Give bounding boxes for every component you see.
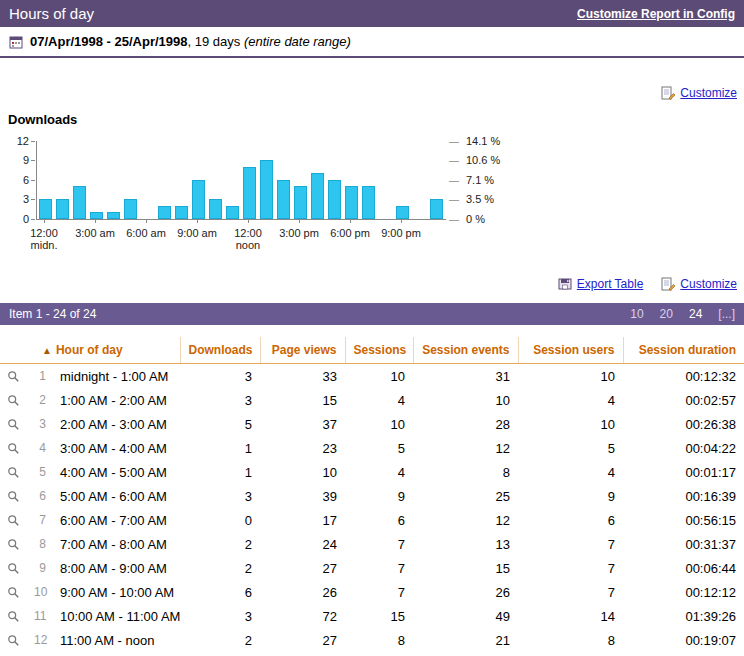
value-cell: 10 [518,364,623,389]
value-cell: 26 [260,580,345,604]
value-cell: 4 [518,460,623,484]
items-range-label: Item 1 - 24 of 24 [9,307,96,321]
percent-axis-tick: — [449,194,459,205]
chart-bar [430,199,443,219]
row-zoom-button[interactable] [0,460,26,484]
value-cell: 8 [180,652,260,656]
row-number: 4 [26,436,50,460]
row-zoom-button[interactable] [0,604,26,628]
row-zoom-button[interactable] [0,412,26,436]
page-size-option[interactable]: 10 [630,307,643,321]
row-zoom-button[interactable] [0,436,26,460]
sort-asc-icon[interactable]: ▲ [42,345,52,356]
percent-axis-tick: — [449,214,459,225]
value-cell: 13 [345,652,413,656]
magnifier-icon [7,514,20,527]
report-page: Hours of day Customize Report in Config … [0,0,744,656]
export-table-link[interactable]: Export Table [558,277,644,291]
row-zoom-button[interactable] [0,532,26,556]
customize-icon [661,86,676,100]
value-cell: 6 [518,508,623,532]
chart-bar [158,206,171,219]
value-cell: 4 [345,460,413,484]
column-header[interactable]: Session users [518,337,623,364]
value-cell: 7 [345,532,413,556]
row-zoom-button[interactable] [0,364,26,389]
value-cell: 00:56:15 [623,508,744,532]
table-header-row: ▲Hour of dayDownloadsPage viewsSessionsS… [0,337,744,364]
value-cell: 00:12:12 [623,580,744,604]
column-header[interactable]: Session duration [623,337,744,364]
table-row: 109:00 AM - 10:00 AM626726700:12:12 [0,580,744,604]
page-size-option[interactable]: [...] [718,307,735,321]
magnifier-icon [7,370,20,383]
row-zoom-button[interactable] [0,508,26,532]
hour-range-cell: 3:00 AM - 4:00 AM [50,436,180,460]
value-cell: 10 [260,460,345,484]
value-cell: 5 [518,436,623,460]
percent-axis-tick: — [449,155,459,166]
row-zoom-button[interactable] [0,628,26,652]
value-cell: 8 [518,628,623,652]
x-axis-tick [299,219,300,223]
column-header-hour-of-day[interactable]: ▲Hour of day [0,337,180,364]
x-axis-tick [401,219,402,223]
hour-range-cell: 10:00 AM - 11:00 AM [50,604,180,628]
hour-range-cell: 1:00 AM - 2:00 AM [50,388,180,412]
date-range-bar: 07/Apr/1998 - 25/Apr/1998, 19 days (enti… [0,27,744,58]
chart-title: Downloads [8,112,744,127]
chart-bar [311,173,324,219]
customize-chart-link[interactable]: Customize [661,86,737,100]
date-range-value: 07/Apr/1998 - 25/Apr/1998 [30,34,188,49]
value-cell: 00:26:38 [623,412,744,436]
date-range-text: 07/Apr/1998 - 25/Apr/1998, 19 days (enti… [30,34,351,49]
y-axis-label: 12 [2,135,29,147]
chart-bar [56,199,69,219]
x-axis-label: 3:00 am [75,227,115,239]
column-header[interactable]: Downloads [180,337,260,364]
calendar-icon [9,35,23,49]
magnifier-icon [7,394,20,407]
value-cell: 13 [413,532,518,556]
row-zoom-button[interactable] [0,580,26,604]
value-cell: 00:02:57 [623,388,744,412]
column-header[interactable]: Sessions [345,337,413,364]
column-header[interactable]: Page views [260,337,345,364]
page-size-option[interactable]: 20 [660,307,673,321]
chart-bar [362,186,375,219]
customize-report-in-config-link[interactable]: Customize Report in Config [577,7,735,21]
row-zoom-button[interactable] [0,388,26,412]
magnifier-icon [7,634,20,647]
table-body: 1midnight - 1:00 AM33310311000:12:3221:0… [0,364,744,656]
y-axis-label: 9 [2,154,29,166]
value-cell: 33 [260,364,345,389]
row-zoom-button[interactable] [0,484,26,508]
x-axis-label: 9:00 am [177,227,217,239]
percent-axis-label: —14.1 % [449,135,500,147]
chart-bar [345,186,358,219]
chart-toolbar: Customize [0,86,744,104]
magnifier-icon [7,562,20,575]
customize-table-link[interactable]: Customize [661,277,737,291]
row-number: 10 [26,580,50,604]
page-title: Hours of day [9,5,94,22]
column-header[interactable]: Session events [413,337,518,364]
hour-range-cell: noon - 1:00 PM [50,652,180,656]
chart-bar [192,180,205,219]
value-cell: 2 [180,628,260,652]
page-size-option[interactable]: 24 [689,307,702,321]
value-cell: 7 [345,580,413,604]
hours-of-day-table: ▲Hour of dayDownloadsPage viewsSessionsS… [0,337,744,656]
chart-bar [73,186,86,219]
row-zoom-button[interactable] [0,556,26,580]
value-cell: 57 [260,652,345,656]
percent-axis-label: —0 % [449,213,485,225]
value-cell: 10 [345,364,413,389]
value-cell: 26 [413,580,518,604]
x-axis-label: 6:00 pm [330,227,370,239]
value-cell: 27 [260,628,345,652]
row-zoom-button[interactable] [0,652,26,656]
value-cell: 23 [260,436,345,460]
value-cell: 1 [180,436,260,460]
table-row: 65:00 AM - 6:00 AM339925900:16:39 [0,484,744,508]
